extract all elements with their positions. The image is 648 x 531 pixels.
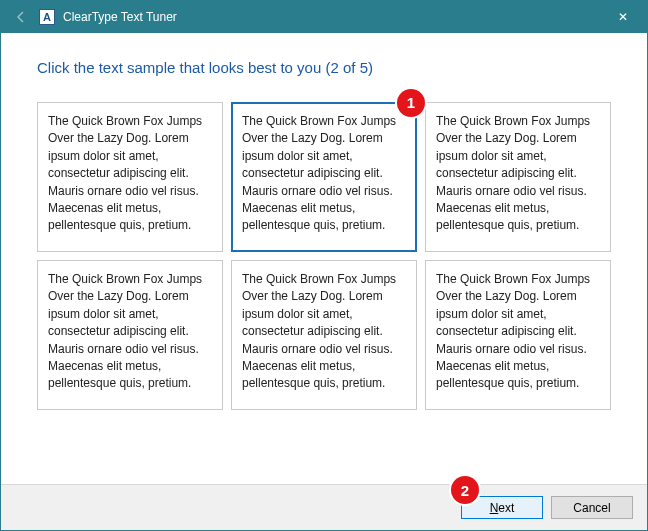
text-sample-3[interactable]: The Quick Brown Fox Jumps Over the Lazy … — [425, 102, 611, 252]
page-heading: Click the text sample that looks best to… — [37, 59, 611, 76]
text-sample-2[interactable]: The Quick Brown Fox Jumps Over the Lazy … — [231, 102, 417, 252]
next-hotkey: N — [490, 501, 499, 515]
cancel-button[interactable]: Cancel — [551, 496, 633, 519]
annotation-badge-1: 1 — [397, 89, 425, 117]
annotation-badge-2: 2 — [451, 476, 479, 504]
text-sample-1[interactable]: The Quick Brown Fox Jumps Over the Lazy … — [37, 102, 223, 252]
footer: 2 Next Cancel — [1, 484, 647, 530]
text-sample-6[interactable]: The Quick Brown Fox Jumps Over the Lazy … — [425, 260, 611, 410]
text-sample-5[interactable]: The Quick Brown Fox Jumps Over the Lazy … — [231, 260, 417, 410]
app-icon: A — [39, 9, 55, 25]
close-button[interactable]: ✕ — [603, 3, 643, 31]
titlebar: A ClearType Text Tuner ✕ — [1, 1, 647, 33]
window-title: ClearType Text Tuner — [63, 10, 177, 24]
cleartype-tuner-window: A ClearType Text Tuner ✕ Click the text … — [0, 0, 648, 531]
text-sample-4[interactable]: The Quick Brown Fox Jumps Over the Lazy … — [37, 260, 223, 410]
back-icon — [11, 7, 31, 27]
sample-grid: The Quick Brown Fox Jumps Over the Lazy … — [37, 102, 611, 410]
sample-text: The Quick Brown Fox Jumps Over the Lazy … — [242, 114, 396, 232]
close-icon: ✕ — [618, 10, 628, 24]
content-area: Click the text sample that looks best to… — [1, 33, 647, 484]
next-label-rest: ext — [498, 501, 514, 515]
